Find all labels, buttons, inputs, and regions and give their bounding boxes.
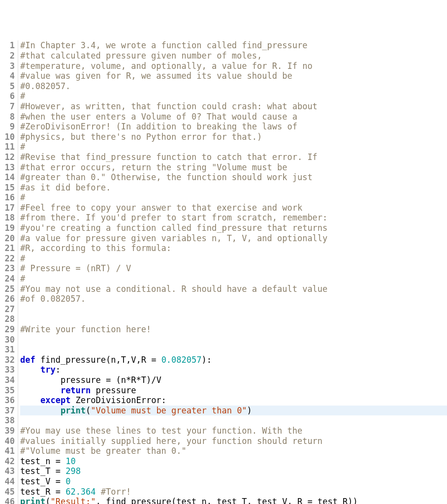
code-line[interactable]: test_V = 0 — [20, 476, 447, 487]
code-line[interactable]: #values initially supplied here, your fu… — [20, 436, 447, 446]
code-line[interactable]: # — [20, 142, 447, 152]
token-cm: #from there. If you'd prefer to start fr… — [20, 213, 327, 222]
line-number: 25 — [0, 284, 15, 294]
code-line[interactable]: #a value for pressure given variables n,… — [20, 233, 447, 244]
line-number: 43 — [0, 466, 15, 476]
token-blk — [61, 456, 65, 466]
token-cm: #temperature, volume, and optionally, a … — [20, 61, 313, 71]
code-line[interactable] — [20, 415, 447, 426]
code-line[interactable]: #In Chapter 3.4, we wrote a function cal… — [20, 40, 447, 51]
code-line[interactable]: #R, according to this formula: — [20, 243, 447, 253]
code-line[interactable] — [20, 314, 447, 324]
code-line[interactable] — [20, 335, 447, 345]
token-blk: T) — [141, 375, 151, 385]
token-str: "Volume must be greater than 0" — [91, 406, 247, 415]
code-line[interactable]: #from there. If you'd prefer to start fr… — [20, 213, 447, 223]
code-line[interactable]: # — [20, 91, 447, 101]
code-line[interactable]: #physics, but there's no Python error fo… — [20, 132, 447, 142]
token-blk: R — [131, 375, 136, 385]
line-number: 12 — [0, 152, 15, 162]
code-line[interactable]: #that calculated pressure given number o… — [20, 51, 447, 61]
code-content[interactable]: #In Chapter 3.4, we wrote a function cal… — [18, 40, 447, 504]
code-line[interactable]: print("Result:", find_pressure(test_n, t… — [20, 497, 447, 504]
line-number: 35 — [0, 385, 15, 396]
code-line[interactable]: #value was given for R, we assumed its v… — [20, 71, 447, 81]
token-blk: pressure — [91, 385, 136, 395]
code-line[interactable]: # — [20, 274, 447, 284]
code-line[interactable]: #You may not use a conditional. R should… — [20, 284, 447, 294]
token-op: = — [56, 456, 61, 466]
token-cm: #In Chapter 3.4, we wrote a function cal… — [20, 40, 307, 50]
code-line[interactable]: #you're creating a function called find_… — [20, 223, 447, 233]
token-blk: test_T — [20, 466, 56, 476]
token-blk: , find_pressure(test_n, test_T, test_V, … — [96, 497, 308, 504]
token-num: 10 — [65, 456, 75, 466]
code-line[interactable]: #greater than 0." Otherwise, the functio… — [20, 172, 447, 183]
code-line[interactable]: #You may use these lines to test your fu… — [20, 426, 447, 436]
code-line[interactable]: #when the user enters a Volume of 0? Tha… — [20, 112, 447, 122]
line-number: 38 — [0, 415, 15, 426]
code-line[interactable]: #Feel free to copy your answer to that e… — [20, 203, 447, 213]
token-blk — [61, 476, 65, 486]
code-line[interactable]: # — [20, 253, 447, 264]
token-num: 0 — [65, 476, 70, 486]
code-line[interactable]: def find_pressure(n,T,V,R = 0.082057): — [20, 355, 447, 365]
token-op: / — [151, 375, 156, 385]
code-line[interactable]: #Revise that find_pressure function to c… — [20, 152, 447, 162]
token-num: 62.364 — [65, 487, 96, 497]
code-editor[interactable]: 1234567891011121314151617181920212223242… — [0, 40, 447, 504]
code-line[interactable]: #Write your function here! — [20, 324, 447, 335]
token-cm: #Write your function here! — [20, 324, 151, 334]
code-line[interactable]: print("Volume must be greater than 0") — [20, 406, 447, 416]
token-cm: #physics, but there's no Python error fo… — [20, 132, 262, 142]
token-blk: ) — [247, 406, 252, 415]
token-cm: #ZeroDivisonError! (In addition to break… — [20, 122, 297, 131]
line-number: 7 — [0, 101, 15, 112]
line-number: 28 — [0, 314, 15, 324]
code-line[interactable]: #as it did before. — [20, 183, 447, 193]
code-line[interactable]: #of 0.082057. — [20, 294, 447, 304]
token-cm: #value was given for R, we assumed its v… — [20, 71, 292, 81]
code-line[interactable]: return pressure — [20, 385, 447, 396]
token-cm: #values initially supplied here, your fu… — [20, 436, 322, 446]
code-line[interactable]: #0.082057. — [20, 81, 447, 92]
token-cm: # — [20, 142, 25, 152]
code-line[interactable]: pressure = (n*R*T)/V — [20, 375, 447, 385]
line-number: 1 — [0, 40, 15, 51]
line-number: 3 — [0, 61, 15, 71]
token-cm: # — [20, 192, 25, 202]
code-line[interactable]: test_R = 62.364 #Torr! — [20, 487, 447, 497]
code-line[interactable]: # Pressure = (nRT) / V — [20, 263, 447, 274]
token-op: * — [126, 375, 131, 385]
code-line[interactable]: #"Volume must be greater than 0." — [20, 446, 447, 456]
code-line[interactable]: #However, as written, that function coul… — [20, 101, 447, 112]
line-number: 37 — [0, 406, 15, 416]
line-number: 10 — [0, 132, 15, 142]
token-cm: # — [20, 253, 25, 263]
code-line[interactable]: #ZeroDivisonError! (In addition to break… — [20, 122, 447, 132]
token-cm: #of 0.082057. — [20, 294, 86, 304]
line-number: 5 — [0, 81, 15, 92]
token-cm: #greater than 0." Otherwise, the functio… — [20, 172, 313, 182]
code-line[interactable]: except ZeroDivisionError: — [20, 395, 447, 406]
token-blk — [20, 395, 40, 405]
line-number: 32 — [0, 355, 15, 365]
line-number: 24 — [0, 274, 15, 284]
code-line[interactable]: #that error occurs, return the string "V… — [20, 162, 447, 173]
code-line[interactable] — [20, 304, 447, 315]
code-line[interactable] — [20, 345, 447, 355]
line-number: 2 — [0, 51, 15, 61]
code-line[interactable]: try: — [20, 365, 447, 375]
token-num: 298 — [65, 466, 81, 476]
token-blk — [20, 385, 61, 395]
token-bn: print — [20, 497, 45, 504]
code-line[interactable]: # — [20, 192, 447, 203]
line-number: 30 — [0, 335, 15, 345]
token-blk — [61, 487, 65, 497]
token-kw: def — [20, 355, 35, 365]
line-number: 6 — [0, 91, 15, 101]
code-line[interactable]: test_T = 298 — [20, 466, 447, 476]
token-blk: pressure — [20, 375, 106, 385]
code-line[interactable]: test_n = 10 — [20, 456, 447, 467]
code-line[interactable]: #temperature, volume, and optionally, a … — [20, 61, 447, 71]
